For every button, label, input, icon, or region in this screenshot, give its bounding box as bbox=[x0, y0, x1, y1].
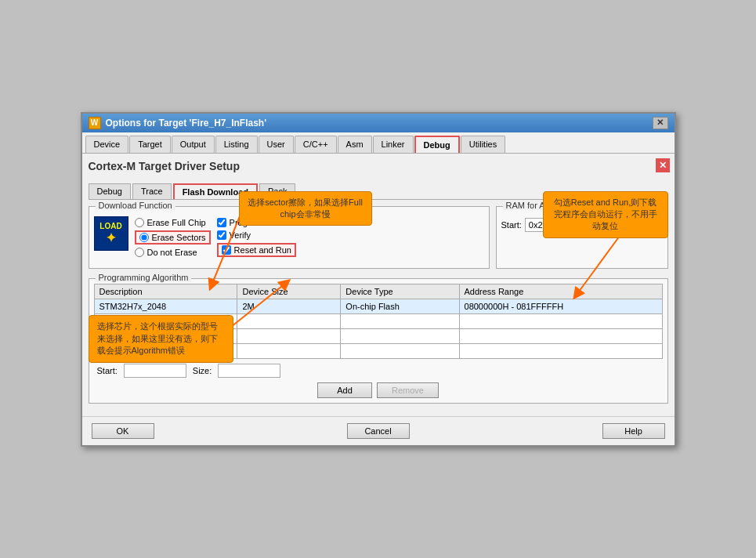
ram-start-label: Start: bbox=[501, 220, 522, 230]
help-button[interactable]: Help bbox=[602, 423, 665, 439]
inner-tab-trace[interactable]: Trace bbox=[132, 183, 172, 199]
radio-no-erase[interactable]: Do not Erase bbox=[135, 248, 211, 257]
cell-device-size: 2M bbox=[237, 299, 341, 313]
main-tab-bar: Device Target Output Listing User C/C++ … bbox=[82, 132, 675, 154]
callout-reset-run: 勾选Reset and Run,则下载完程序会自动运行，不用手动复位 bbox=[543, 191, 668, 238]
load-text: LOAD bbox=[99, 222, 121, 230]
radio-no-erase-label: Do not Erase bbox=[147, 248, 197, 257]
col-device-type: Device Type bbox=[341, 284, 459, 299]
ok-button[interactable]: OK bbox=[92, 423, 154, 439]
radio-erase-sectors-label: Erase Sectors bbox=[152, 233, 206, 242]
tab-user[interactable]: User bbox=[259, 136, 294, 153]
window-title: Options for Target 'Fire_H7_InFlash' bbox=[106, 118, 267, 129]
chk-reset-run-input[interactable] bbox=[222, 245, 231, 255]
table-row[interactable]: STM32H7x_2048 2M On-chip Flash 08000000H… bbox=[94, 299, 662, 313]
chk-program-input[interactable] bbox=[217, 218, 226, 227]
tab-device[interactable]: Device bbox=[85, 136, 129, 153]
algo-start-label: Start: bbox=[97, 366, 118, 375]
tab-utilities[interactable]: Utilities bbox=[461, 136, 505, 153]
col-description: Description bbox=[94, 284, 237, 299]
close-button[interactable]: ✕ bbox=[653, 117, 668, 129]
chk-verify-label: Verify bbox=[230, 230, 251, 240]
cell-device-type: On-chip Flash bbox=[341, 299, 459, 313]
tab-listing[interactable]: Listing bbox=[215, 136, 258, 153]
titlebar-left: W Options for Target 'Fire_H7_InFlash' bbox=[89, 117, 267, 129]
radio-no-erase-input[interactable] bbox=[135, 248, 144, 257]
chk-verify[interactable]: Verify bbox=[217, 230, 296, 240]
load-star: ✦ bbox=[106, 230, 116, 245]
tab-asm[interactable]: Asm bbox=[338, 136, 372, 153]
radio-erase-full-label: Erase Full Chip bbox=[147, 218, 206, 227]
tab-output[interactable]: Output bbox=[172, 136, 215, 153]
cortex-header-row: Cortex-M Target Driver Setup ✕ bbox=[89, 160, 668, 179]
algo-start-input[interactable] bbox=[124, 364, 186, 378]
add-button[interactable]: Add bbox=[317, 382, 372, 398]
download-function-label: Download Function bbox=[96, 201, 175, 210]
radio-erase-sectors[interactable]: Erase Sectors bbox=[135, 230, 211, 245]
radio-erase-sectors-input[interactable] bbox=[139, 233, 149, 242]
radio-erase-full[interactable]: Erase Full Chip bbox=[135, 218, 211, 227]
tab-target[interactable]: Target bbox=[129, 136, 171, 153]
tab-linker[interactable]: Linker bbox=[373, 136, 414, 153]
algo-size-label: Size: bbox=[193, 366, 212, 375]
cancel-button[interactable]: Cancel bbox=[347, 423, 410, 439]
content-area: Cortex-M Target Driver Setup ✕ Debug Tra… bbox=[82, 154, 675, 416]
inner-tab-debug[interactable]: Debug bbox=[89, 183, 131, 199]
inner-close-button[interactable]: ✕ bbox=[656, 158, 670, 172]
col-device-size: Device Size bbox=[237, 284, 341, 299]
start-size-row: Start: Size: bbox=[94, 364, 663, 378]
algo-size-input[interactable] bbox=[218, 364, 280, 378]
cell-address-range: 08000000H - 081FFFFFH bbox=[459, 299, 662, 313]
col-address-range: Address Range bbox=[459, 284, 662, 299]
prog-algo-label: Programming Algorithm bbox=[96, 273, 192, 282]
chk-verify-input[interactable] bbox=[217, 230, 226, 240]
main-window: W Options for Target 'Fire_H7_InFlash' ✕… bbox=[81, 112, 676, 447]
cortex-title: Cortex-M Target Driver Setup bbox=[89, 160, 240, 172]
chk-reset-run-label: Reset and Run bbox=[234, 245, 291, 255]
callout-chip-select: 选择芯片，这个根据实际的型号来选择，如果这里没有选，则下载会提示Algorith… bbox=[89, 315, 233, 362]
algo-btn-row: Add Remove bbox=[94, 382, 663, 398]
callout-erase-sector: 选择sector擦除，如果选择Full chip会非常慢 bbox=[239, 191, 372, 226]
radio-group: Erase Full Chip Erase Sectors Do not Era… bbox=[135, 218, 211, 257]
tab-debug[interactable]: Debug bbox=[414, 136, 460, 153]
cell-description: STM32H7x_2048 bbox=[94, 299, 237, 313]
bottom-btns: OK Cancel Help bbox=[82, 416, 675, 445]
app-icon: W bbox=[89, 117, 101, 129]
titlebar: W Options for Target 'Fire_H7_InFlash' ✕ bbox=[82, 114, 675, 132]
load-icon: LOAD ✦ bbox=[94, 216, 128, 251]
chk-reset-run[interactable]: Reset and Run bbox=[217, 243, 296, 257]
remove-button[interactable]: Remove bbox=[377, 382, 439, 398]
tab-cpp[interactable]: C/C++ bbox=[295, 136, 337, 153]
radio-erase-full-input[interactable] bbox=[135, 218, 144, 227]
